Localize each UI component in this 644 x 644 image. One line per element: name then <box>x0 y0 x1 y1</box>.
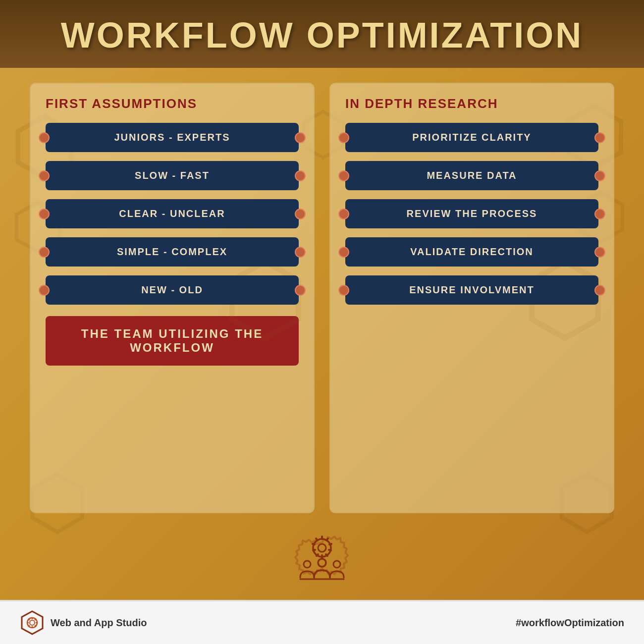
dot-right-0 <box>295 132 306 143</box>
content-area: ⬡ FIRST ASSUMPTIONS JUNIORS - EXPERTS SL… <box>0 68 644 600</box>
right-pill-3: VALIDATE DIRECTION <box>345 237 598 267</box>
right-pill-label-4: ENSURE INVOLVMENT <box>409 284 535 296</box>
footer-logo-icon <box>20 610 45 635</box>
header: WORKFLOW OPTIMIZATION <box>0 0 644 68</box>
svg-marker-16 <box>22 611 43 634</box>
right-dot-right-2 <box>594 209 605 219</box>
svg-line-3 <box>326 538 328 540</box>
right-pill-0: PRIORITIZE CLARITY <box>345 123 598 152</box>
right-dot-right-4 <box>594 285 605 296</box>
team-gear-icon <box>292 526 352 585</box>
main-title: WORKFLOW OPTIMIZATION <box>30 15 614 55</box>
right-dot-left-3 <box>338 247 349 258</box>
right-dot-right-0 <box>594 132 605 143</box>
left-bottom-banner: THE TEAM UTILIZING THE WORKFLOW <box>46 316 299 366</box>
left-pill-2: CLEAR - UNCLEAR <box>46 199 299 228</box>
dot-right-3 <box>295 247 306 258</box>
left-pill-label-4: NEW - OLD <box>141 284 203 296</box>
right-pill-2: REVIEW THE PROCESS <box>345 199 598 228</box>
svg-point-14 <box>333 561 340 568</box>
svg-point-18 <box>30 620 35 625</box>
svg-line-6 <box>326 554 327 556</box>
right-pill-4: ENSURE INVOLVMENT <box>345 275 598 305</box>
left-pill-label-2: CLEAR - UNCLEAR <box>119 208 225 219</box>
left-pill-3: SIMPLE - COMPLEX <box>46 237 299 267</box>
dot-right-2 <box>295 209 306 219</box>
svg-point-12 <box>304 561 311 568</box>
svg-line-4 <box>329 544 331 544</box>
right-dot-left-2 <box>338 209 349 219</box>
right-pill-1: MEASURE DATA <box>345 161 598 190</box>
svg-line-11 <box>316 538 318 540</box>
funnel-area <box>30 521 614 595</box>
dot-left-1 <box>39 170 50 181</box>
svg-line-9 <box>313 550 315 550</box>
right-dot-left-1 <box>338 170 349 181</box>
svg-point-1 <box>318 544 326 552</box>
columns-wrapper: ⬡ FIRST ASSUMPTIONS JUNIORS - EXPERTS SL… <box>30 83 614 513</box>
right-pill-label-2: REVIEW THE PROCESS <box>407 208 537 219</box>
left-pill-label-3: SIMPLE - COMPLEX <box>117 246 227 258</box>
bottom-banner-text: THE TEAM UTILIZING THE WORKFLOW <box>81 327 263 354</box>
left-pill-4: NEW - OLD <box>46 275 299 305</box>
right-dot-left-0 <box>338 132 349 143</box>
right-column: ⬡ IN DEPTH RESEARCH PRIORITIZE CLARITY M… <box>329 83 614 513</box>
footer-brand-name: Web and App Studio <box>51 617 147 629</box>
right-pill-label-0: PRIORITIZE CLARITY <box>412 132 531 143</box>
right-dot-left-4 <box>338 285 349 296</box>
right-column-title: IN DEPTH RESEARCH <box>345 96 598 111</box>
svg-line-8 <box>317 554 318 556</box>
svg-line-10 <box>313 544 315 544</box>
dot-left-3 <box>39 247 50 258</box>
right-pill-label-3: VALIDATE DIRECTION <box>410 246 534 258</box>
svg-point-13 <box>318 559 326 567</box>
svg-line-5 <box>329 550 331 550</box>
left-pill-label-1: SLOW - FAST <box>135 170 210 181</box>
page: ⬡ ⬡ ⬡ ⬡ ⬡ ⬡ ⬡ WORKFLOW OPTIMIZATION ⬡ FI… <box>0 0 644 644</box>
footer: Web and App Studio #workflowOptimization <box>0 600 644 644</box>
footer-brand: Web and App Studio <box>20 610 147 635</box>
dot-right-1 <box>295 170 306 181</box>
right-dot-right-3 <box>594 247 605 258</box>
dot-right-4 <box>295 285 306 296</box>
right-dot-right-1 <box>594 170 605 181</box>
left-pill-label-0: JUNIORS - EXPERTS <box>114 132 230 143</box>
dot-left-4 <box>39 285 50 296</box>
left-column-title: FIRST ASSUMPTIONS <box>46 96 299 111</box>
left-pill-1: SLOW - FAST <box>46 161 299 190</box>
right-pill-label-1: MEASURE DATA <box>427 170 517 181</box>
left-column: ⬡ FIRST ASSUMPTIONS JUNIORS - EXPERTS SL… <box>30 83 315 513</box>
left-pill-0: JUNIORS - EXPERTS <box>46 123 299 152</box>
dot-left-2 <box>39 209 50 219</box>
footer-hashtag: #workflowOptimization <box>516 617 624 629</box>
dot-left-0 <box>39 132 50 143</box>
